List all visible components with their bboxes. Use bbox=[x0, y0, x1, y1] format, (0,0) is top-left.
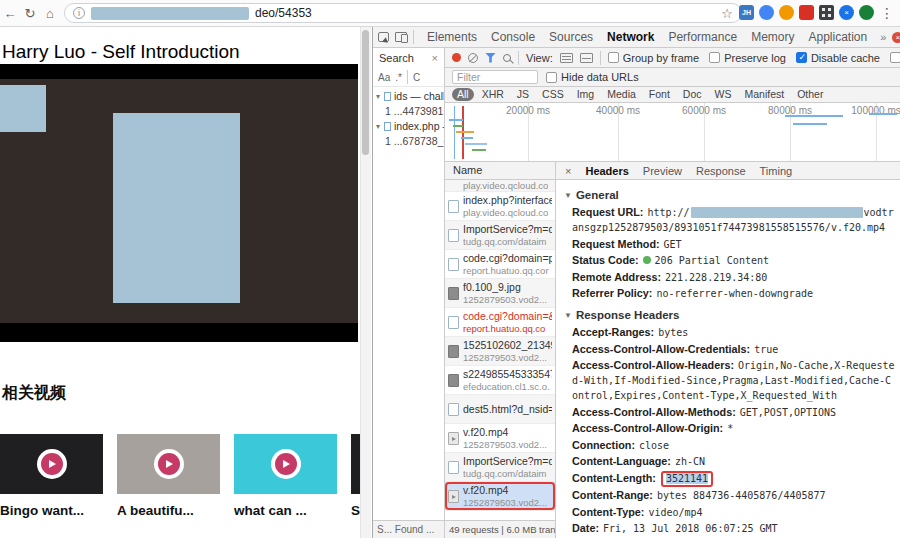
type-filter-pill[interactable]: Img bbox=[572, 88, 600, 101]
header-name: Connection: bbox=[572, 439, 635, 451]
response-headers-section-title[interactable]: Response Headers bbox=[564, 309, 897, 321]
match-case-toggle[interactable]: Aa bbox=[378, 72, 390, 83]
inspect-element-icon[interactable] bbox=[378, 32, 389, 42]
devtools-tab[interactable]: Console bbox=[484, 27, 542, 47]
page-info-icon[interactable] bbox=[73, 7, 85, 19]
filter-funnel-icon[interactable] bbox=[485, 53, 496, 63]
large-rows-icon[interactable] bbox=[580, 53, 593, 63]
devtools-tab[interactable]: Network bbox=[600, 27, 661, 47]
hide-data-urls-checkbox[interactable]: Hide data URLs bbox=[546, 71, 639, 83]
checkbox-icon[interactable] bbox=[709, 52, 720, 63]
video-thumbnail[interactable] bbox=[0, 434, 103, 494]
type-filter-pill[interactable]: Font bbox=[644, 88, 675, 101]
search-tab-close-icon[interactable]: × bbox=[432, 52, 438, 64]
related-video[interactable]: Bingo want... bbox=[0, 434, 103, 518]
name-column-header[interactable]: Name bbox=[445, 162, 555, 180]
type-filter-pill[interactable]: Doc bbox=[678, 88, 707, 101]
network-request-row[interactable]: v.f20.mp4 1252879503.vod2... bbox=[445, 482, 555, 511]
video-thumbnail[interactable] bbox=[117, 434, 220, 494]
network-filter-input[interactable] bbox=[452, 70, 538, 84]
network-request-row[interactable]: 1525102602_21349. 1252879503.vod2... bbox=[445, 337, 555, 366]
toolbar-checkbox[interactable]: Offli bbox=[890, 52, 900, 64]
page-scrollbar-thumb[interactable] bbox=[362, 30, 369, 155]
red-extension-icon[interactable] bbox=[799, 5, 814, 20]
type-filter-pill[interactable]: CSS bbox=[537, 88, 569, 101]
video-thumbnail[interactable] bbox=[234, 434, 337, 494]
related-video[interactable]: A beautifu... bbox=[117, 434, 220, 518]
network-request-row[interactable]: v.f20.mp4 1252879503.vod2... bbox=[445, 424, 555, 453]
back-icon[interactable] bbox=[0, 6, 20, 21]
play-button-icon[interactable] bbox=[37, 449, 67, 479]
bookmark-star-icon[interactable] bbox=[721, 6, 733, 21]
type-filter-pill[interactable]: XHR bbox=[477, 88, 509, 101]
search-result[interactable]: 1 ...44739815... bbox=[373, 104, 444, 119]
type-filter-pill[interactable]: Other bbox=[792, 88, 828, 101]
checkbox-icon[interactable] bbox=[890, 52, 900, 63]
network-request-row[interactable]: play.video.qcloud.co bbox=[445, 180, 555, 192]
browser-menu-icon[interactable] bbox=[880, 5, 894, 21]
file-icon bbox=[448, 345, 459, 358]
details-tab[interactable]: Headers bbox=[585, 165, 628, 177]
play-button-icon[interactable] bbox=[271, 449, 301, 479]
clear-icon[interactable] bbox=[468, 53, 478, 63]
network-request-row[interactable]: ImportService?m=d. tudg.qq.com/dataim bbox=[445, 453, 555, 482]
network-request-row[interactable]: s224985545333547. efeducation.cl1.sc.o. bbox=[445, 366, 555, 395]
search-icon[interactable] bbox=[503, 54, 511, 62]
address-bar[interactable]: deo/54353 bbox=[64, 3, 742, 23]
video-thumbnail[interactable] bbox=[351, 434, 360, 494]
record-icon[interactable] bbox=[452, 53, 461, 62]
search-drawer-tab[interactable]: Search × bbox=[373, 48, 445, 68]
regex-toggle[interactable]: .* bbox=[395, 72, 402, 83]
devtools-tab[interactable]: Sources bbox=[542, 27, 600, 47]
checkbox-icon[interactable] bbox=[546, 72, 557, 83]
type-filter-pill[interactable]: WS bbox=[710, 88, 737, 101]
devtools-tab[interactable]: Elements bbox=[420, 27, 484, 47]
blue-x-extension-icon[interactable] bbox=[839, 5, 854, 20]
list-view-icon[interactable] bbox=[560, 53, 573, 63]
related-video[interactable]: what can ... bbox=[234, 434, 337, 518]
type-filter-pill[interactable]: Media bbox=[602, 88, 641, 101]
type-filter-pill[interactable]: JS bbox=[512, 88, 534, 101]
network-request-row[interactable]: f0.100_9.jpg 1252879503.vod2... bbox=[445, 279, 555, 308]
network-request-row[interactable]: index.php?interface. play.video.qcloud.c… bbox=[445, 192, 555, 221]
toolbar-checkbox[interactable]: Preserve log bbox=[709, 52, 786, 64]
header-name: Access-Control-Allow-Origin: bbox=[572, 422, 723, 434]
details-tab[interactable]: Preview bbox=[643, 165, 682, 177]
toolbar-checkbox[interactable]: Group by frame bbox=[608, 52, 699, 64]
grid-extension-icon[interactable] bbox=[819, 5, 834, 20]
details-tab[interactable]: Response bbox=[696, 165, 746, 177]
device-toolbar-icon[interactable] bbox=[395, 32, 407, 42]
video-player[interactable] bbox=[0, 64, 358, 342]
checkbox-icon[interactable] bbox=[608, 52, 619, 63]
blue-circle-extension-icon[interactable] bbox=[759, 5, 774, 20]
orange-extension-icon[interactable] bbox=[779, 5, 794, 20]
checkbox-icon[interactable] bbox=[796, 52, 807, 63]
devtools-tab[interactable]: Application bbox=[801, 27, 874, 47]
devtools-tab[interactable]: Memory bbox=[744, 27, 801, 47]
devtools-tabs: ElementsConsoleSourcesNetworkPerformance… bbox=[420, 27, 874, 47]
network-request-row[interactable]: dest5.html?d_nsid=0 bbox=[445, 395, 555, 424]
reload-icon[interactable] bbox=[20, 6, 40, 21]
type-filter-pill[interactable]: All bbox=[452, 88, 474, 101]
tab-overflow-chevron[interactable]: » bbox=[880, 31, 886, 43]
network-request-row[interactable]: code.cgi?domain=&. report.huatuo.qq.co bbox=[445, 308, 555, 337]
search-result[interactable]: index.php —... bbox=[373, 119, 444, 134]
details-close-icon[interactable]: × bbox=[565, 165, 571, 177]
jh-extension-icon[interactable]: JH bbox=[739, 5, 754, 20]
general-section-title[interactable]: General bbox=[564, 189, 897, 201]
home-icon[interactable] bbox=[40, 6, 60, 21]
green-extension-icon[interactable] bbox=[859, 5, 874, 20]
network-request-row[interactable]: ImportService?m=d. tudg.qq.com/dataim bbox=[445, 221, 555, 250]
details-tab[interactable]: Timing bbox=[760, 165, 793, 177]
search-result[interactable]: ids — challe... bbox=[373, 89, 444, 104]
toolbar-checkbox[interactable]: Disable cache bbox=[796, 52, 880, 64]
type-filter-pill[interactable]: Manifest bbox=[739, 88, 789, 101]
search-result[interactable]: 1 ...678738_c... bbox=[373, 134, 444, 149]
play-button-icon[interactable] bbox=[154, 449, 184, 479]
refresh-search-icon[interactable]: C bbox=[413, 72, 420, 83]
error-badge-icon[interactable] bbox=[892, 32, 900, 43]
devtools-tab[interactable]: Performance bbox=[661, 27, 744, 47]
timeline-overview[interactable]: 20000 ms40000 ms60000 ms80000 ms100000 m… bbox=[445, 103, 900, 162]
related-video[interactable]: S... bbox=[351, 434, 360, 518]
network-request-row[interactable]: code.cgi?domain=pl report.huatuo.qq.cor bbox=[445, 250, 555, 279]
